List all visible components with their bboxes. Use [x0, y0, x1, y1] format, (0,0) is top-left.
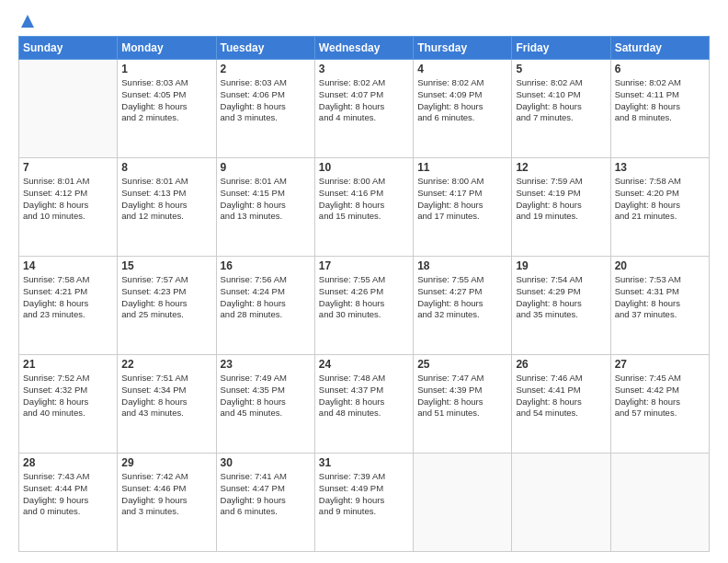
cell-info: Sunrise: 7:54 AMSunset: 4:29 PMDaylight:… [516, 274, 606, 321]
day-cell: 28Sunrise: 7:43 AMSunset: 4:44 PMDayligh… [19, 454, 118, 552]
cell-info: Sunrise: 8:02 AMSunset: 4:10 PMDaylight:… [516, 77, 606, 124]
day-number: 1 [121, 63, 211, 75]
page: SundayMondayTuesdayWednesdayThursdayFrid… [0, 0, 728, 563]
header-day-saturday: Saturday [610, 37, 709, 60]
day-number: 4 [417, 63, 507, 75]
day-cell: 15Sunrise: 7:57 AMSunset: 4:23 PMDayligh… [118, 257, 216, 355]
day-cell: 16Sunrise: 7:56 AMSunset: 4:24 PMDayligh… [216, 257, 314, 355]
day-number: 19 [516, 259, 606, 272]
day-number: 22 [121, 358, 211, 371]
cell-info: Sunrise: 7:55 AMSunset: 4:27 PMDaylight:… [417, 274, 507, 321]
day-cell: 19Sunrise: 7:54 AMSunset: 4:29 PMDayligh… [512, 257, 610, 355]
day-number: 18 [417, 259, 507, 272]
day-number: 16 [221, 259, 311, 272]
day-number: 13 [615, 161, 705, 174]
week-row-3: 21Sunrise: 7:52 AMSunset: 4:32 PMDayligh… [19, 355, 710, 454]
day-number: 24 [319, 358, 409, 371]
logo [18, 15, 34, 30]
cell-info: Sunrise: 7:55 AMSunset: 4:26 PMDaylight:… [319, 274, 409, 321]
day-cell: 9Sunrise: 8:01 AMSunset: 4:15 PMDaylight… [216, 158, 314, 257]
day-cell: 31Sunrise: 7:39 AMSunset: 4:49 PMDayligh… [314, 454, 413, 552]
cell-info: Sunrise: 7:39 AMSunset: 4:49 PMDaylight:… [319, 471, 409, 518]
day-cell: 11Sunrise: 8:00 AMSunset: 4:17 PMDayligh… [414, 158, 512, 257]
cell-info: Sunrise: 8:03 AMSunset: 4:05 PMDaylight:… [121, 77, 211, 124]
day-cell: 10Sunrise: 8:00 AMSunset: 4:16 PMDayligh… [314, 158, 413, 257]
day-number: 2 [221, 63, 311, 75]
day-number: 6 [615, 63, 705, 75]
day-number: 3 [319, 63, 409, 75]
cell-info: Sunrise: 7:42 AMSunset: 4:46 PMDaylight:… [121, 471, 211, 518]
header-day-wednesday: Wednesday [314, 37, 413, 60]
header-day-sunday: Sunday [19, 37, 118, 60]
cell-info: Sunrise: 8:01 AMSunset: 4:12 PMDaylight:… [23, 176, 113, 223]
day-cell [610, 454, 709, 552]
cell-info: Sunrise: 7:52 AMSunset: 4:32 PMDaylight:… [23, 373, 113, 419]
day-number: 15 [121, 259, 211, 272]
cell-info: Sunrise: 8:02 AMSunset: 4:07 PMDaylight:… [319, 77, 409, 124]
day-number: 28 [23, 456, 113, 469]
cell-info: Sunrise: 7:59 AMSunset: 4:19 PMDaylight:… [516, 176, 606, 223]
cell-info: Sunrise: 7:53 AMSunset: 4:31 PMDaylight:… [615, 274, 705, 321]
day-cell [414, 454, 512, 552]
cell-info: Sunrise: 8:02 AMSunset: 4:09 PMDaylight:… [417, 77, 507, 124]
day-cell: 21Sunrise: 7:52 AMSunset: 4:32 PMDayligh… [19, 355, 118, 454]
day-cell: 13Sunrise: 7:58 AMSunset: 4:20 PMDayligh… [610, 158, 709, 257]
header-row: SundayMondayTuesdayWednesdayThursdayFrid… [19, 37, 710, 60]
day-cell: 14Sunrise: 7:58 AMSunset: 4:21 PMDayligh… [19, 257, 118, 355]
week-row-0: 1Sunrise: 8:03 AMSunset: 4:05 PMDaylight… [19, 60, 710, 158]
day-cell: 12Sunrise: 7:59 AMSunset: 4:19 PMDayligh… [512, 158, 610, 257]
cell-info: Sunrise: 7:48 AMSunset: 4:37 PMDaylight:… [319, 373, 409, 419]
day-cell: 6Sunrise: 8:02 AMSunset: 4:11 PMDaylight… [610, 60, 709, 158]
cell-info: Sunrise: 8:03 AMSunset: 4:06 PMDaylight:… [221, 77, 311, 124]
header-day-friday: Friday [512, 37, 610, 60]
day-number: 8 [121, 161, 211, 174]
day-cell: 29Sunrise: 7:42 AMSunset: 4:46 PMDayligh… [118, 454, 216, 552]
day-cell: 30Sunrise: 7:41 AMSunset: 4:47 PMDayligh… [216, 454, 314, 552]
day-cell: 17Sunrise: 7:55 AMSunset: 4:26 PMDayligh… [314, 257, 413, 355]
day-number: 7 [23, 161, 113, 174]
cell-info: Sunrise: 8:00 AMSunset: 4:17 PMDaylight:… [417, 176, 507, 223]
week-row-4: 28Sunrise: 7:43 AMSunset: 4:44 PMDayligh… [19, 454, 710, 552]
header-day-tuesday: Tuesday [216, 37, 314, 60]
cell-info: Sunrise: 7:45 AMSunset: 4:42 PMDaylight:… [615, 373, 705, 419]
cell-info: Sunrise: 7:56 AMSunset: 4:24 PMDaylight:… [221, 274, 311, 321]
day-cell: 20Sunrise: 7:53 AMSunset: 4:31 PMDayligh… [610, 257, 709, 355]
week-row-1: 7Sunrise: 8:01 AMSunset: 4:12 PMDaylight… [19, 158, 710, 257]
header [18, 15, 710, 30]
cell-info: Sunrise: 7:49 AMSunset: 4:35 PMDaylight:… [221, 373, 311, 419]
day-cell: 3Sunrise: 8:02 AMSunset: 4:07 PMDaylight… [314, 60, 413, 158]
svg-marker-0 [21, 15, 34, 28]
day-cell: 8Sunrise: 8:01 AMSunset: 4:13 PMDaylight… [118, 158, 216, 257]
day-number: 9 [221, 161, 311, 174]
day-number: 31 [319, 456, 409, 469]
day-number: 11 [417, 161, 507, 174]
day-number: 12 [516, 161, 606, 174]
cell-info: Sunrise: 7:41 AMSunset: 4:47 PMDaylight:… [221, 471, 311, 518]
day-number: 26 [516, 358, 606, 371]
day-cell: 5Sunrise: 8:02 AMSunset: 4:10 PMDaylight… [512, 60, 610, 158]
day-number: 25 [417, 358, 507, 371]
cell-info: Sunrise: 8:01 AMSunset: 4:13 PMDaylight:… [121, 176, 211, 223]
day-cell: 26Sunrise: 7:46 AMSunset: 4:41 PMDayligh… [512, 355, 610, 454]
cell-info: Sunrise: 7:58 AMSunset: 4:20 PMDaylight:… [615, 176, 705, 223]
week-row-2: 14Sunrise: 7:58 AMSunset: 4:21 PMDayligh… [19, 257, 710, 355]
day-number: 27 [615, 358, 705, 371]
calendar-table: SundayMondayTuesdayWednesdayThursdayFrid… [18, 36, 710, 552]
day-cell: 22Sunrise: 7:51 AMSunset: 4:34 PMDayligh… [118, 355, 216, 454]
day-number: 30 [221, 456, 311, 469]
day-cell: 2Sunrise: 8:03 AMSunset: 4:06 PMDaylight… [216, 60, 314, 158]
cell-info: Sunrise: 8:01 AMSunset: 4:15 PMDaylight:… [221, 176, 311, 223]
header-day-monday: Monday [118, 37, 216, 60]
cell-info: Sunrise: 8:02 AMSunset: 4:11 PMDaylight:… [615, 77, 705, 124]
day-number: 21 [23, 358, 113, 371]
logo-icon [21, 15, 34, 28]
cell-info: Sunrise: 7:58 AMSunset: 4:21 PMDaylight:… [23, 274, 113, 321]
day-cell: 23Sunrise: 7:49 AMSunset: 4:35 PMDayligh… [216, 355, 314, 454]
day-cell: 27Sunrise: 7:45 AMSunset: 4:42 PMDayligh… [610, 355, 709, 454]
day-cell: 18Sunrise: 7:55 AMSunset: 4:27 PMDayligh… [414, 257, 512, 355]
day-number: 20 [615, 259, 705, 272]
cell-info: Sunrise: 7:51 AMSunset: 4:34 PMDaylight:… [121, 373, 211, 419]
day-number: 5 [516, 63, 606, 75]
cell-info: Sunrise: 7:43 AMSunset: 4:44 PMDaylight:… [23, 471, 113, 518]
day-cell [512, 454, 610, 552]
